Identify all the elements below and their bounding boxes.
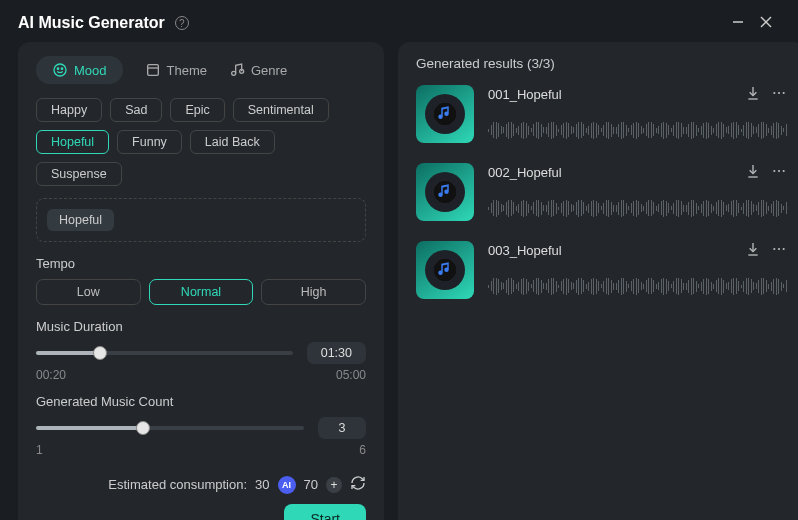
- svg-point-9: [773, 92, 775, 94]
- duration-min: 00:20: [36, 368, 66, 382]
- close-icon[interactable]: [752, 15, 780, 31]
- help-icon[interactable]: ?: [175, 16, 189, 30]
- mood-chip-sentimental[interactable]: Sentimental: [233, 98, 329, 122]
- start-button[interactable]: Start: [284, 504, 366, 520]
- svg-point-4: [57, 68, 58, 69]
- count-slider[interactable]: [36, 426, 304, 430]
- download-icon[interactable]: [745, 85, 761, 104]
- count-max: 6: [359, 443, 366, 457]
- svg-point-5: [61, 68, 62, 69]
- count-min: 1: [36, 443, 43, 457]
- result-item: 003_Hopeful: [416, 241, 787, 299]
- svg-point-17: [782, 248, 784, 250]
- add-credits-button[interactable]: +: [326, 477, 342, 493]
- credits-value: 70: [304, 477, 318, 492]
- duration-max: 05:00: [336, 368, 366, 382]
- tempo-low[interactable]: Low: [36, 279, 141, 305]
- genre-tab-icon: [229, 62, 245, 78]
- svg-point-13: [777, 170, 779, 172]
- tempo-high[interactable]: High: [261, 279, 366, 305]
- more-icon[interactable]: [771, 241, 787, 260]
- music-note-icon: [436, 182, 454, 203]
- mood-chip-funny[interactable]: Funny: [117, 130, 182, 154]
- duration-slider[interactable]: [36, 351, 293, 355]
- waveform[interactable]: [488, 276, 787, 296]
- result-item: 002_Hopeful: [416, 163, 787, 221]
- theme-tab-icon: [145, 62, 161, 78]
- selected-moods-box: Hopeful: [36, 198, 366, 242]
- duration-label: Music Duration: [36, 319, 366, 334]
- result-name: 001_Hopeful: [488, 87, 562, 102]
- count-value: 3: [318, 417, 366, 439]
- waveform[interactable]: [488, 120, 787, 140]
- result-item: 001_Hopeful: [416, 85, 787, 143]
- mood-chip-sad[interactable]: Sad: [110, 98, 162, 122]
- svg-point-3: [54, 64, 66, 76]
- album-art[interactable]: [416, 85, 474, 143]
- waveform[interactable]: [488, 198, 787, 218]
- tab-label: Theme: [167, 63, 207, 78]
- svg-point-10: [777, 92, 779, 94]
- music-note-icon: [436, 260, 454, 281]
- tempo-normal[interactable]: Normal: [149, 279, 254, 305]
- result-name: 002_Hopeful: [488, 165, 562, 180]
- svg-point-12: [773, 170, 775, 172]
- config-panel: MoodThemeGenre HappySadEpicSentimentalHo…: [18, 42, 384, 520]
- refresh-icon[interactable]: [350, 475, 366, 494]
- more-icon[interactable]: [771, 163, 787, 182]
- mood-tab-icon: [52, 62, 68, 78]
- tab-genre[interactable]: Genre: [229, 62, 287, 78]
- album-art[interactable]: [416, 241, 474, 299]
- tab-label: Genre: [251, 63, 287, 78]
- music-note-icon: [436, 104, 454, 125]
- svg-point-11: [782, 92, 784, 94]
- tempo-label: Tempo: [36, 256, 366, 271]
- more-icon[interactable]: [771, 85, 787, 104]
- tab-mood[interactable]: Mood: [36, 56, 123, 84]
- mood-chip-hopeful[interactable]: Hopeful: [36, 130, 109, 154]
- results-panel: Generated results (3/3) 001_Hopeful002_H…: [398, 42, 798, 520]
- svg-rect-6: [147, 65, 158, 76]
- duration-value: 01:30: [307, 342, 366, 364]
- mood-chip-suspense[interactable]: Suspense: [36, 162, 122, 186]
- selected-chip[interactable]: Hopeful: [47, 209, 114, 231]
- tab-theme[interactable]: Theme: [145, 62, 207, 78]
- svg-point-8: [240, 69, 244, 73]
- download-icon[interactable]: [745, 241, 761, 260]
- svg-point-15: [773, 248, 775, 250]
- app-title: AI Music Generator: [18, 14, 165, 32]
- minimize-icon[interactable]: [724, 15, 752, 31]
- tab-label: Mood: [74, 63, 107, 78]
- mood-chip-happy[interactable]: Happy: [36, 98, 102, 122]
- svg-point-16: [777, 248, 779, 250]
- album-art[interactable]: [416, 163, 474, 221]
- result-name: 003_Hopeful: [488, 243, 562, 258]
- results-title: Generated results (3/3): [416, 56, 787, 71]
- consumption-label: Estimated consumption:: [108, 477, 247, 492]
- svg-point-14: [782, 170, 784, 172]
- mood-chip-epic[interactable]: Epic: [170, 98, 224, 122]
- count-label: Generated Music Count: [36, 394, 366, 409]
- mood-chip-laid-back[interactable]: Laid Back: [190, 130, 275, 154]
- download-icon[interactable]: [745, 163, 761, 182]
- ai-credits-icon: AI: [278, 476, 296, 494]
- consumption-value: 30: [255, 477, 269, 492]
